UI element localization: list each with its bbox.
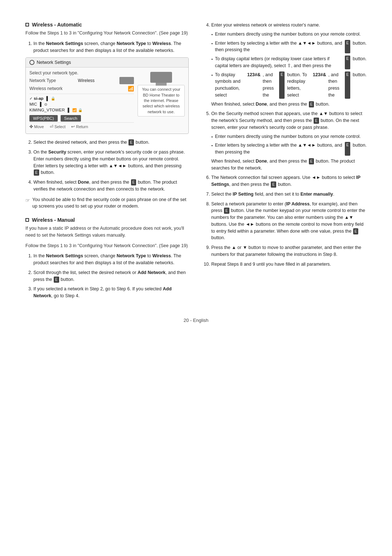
right-step-4: Enter your wireless network or wireless … [211, 22, 367, 107]
bullet-4-3: To display capital letters (or redisplay… [211, 56, 367, 69]
manual-step-2: Scroll through the list, select the desi… [33, 269, 189, 283]
enter-btn-b52: E [345, 142, 350, 156]
move-icon: ✤ [29, 124, 33, 129]
step1-bold3: Wireless [152, 41, 171, 46]
return-icon: ↩ [71, 124, 75, 129]
nav-move-label: Move [34, 124, 44, 129]
page-language: English [193, 318, 209, 323]
wps-pbc-button[interactable]: WPS(PBC) [29, 115, 58, 122]
right-step-8: Select a network parameter to enter (IP … [211, 201, 367, 242]
steps-list-manual: In the Network Settings screen, change N… [25, 253, 189, 299]
enter-btn-r5a: E [314, 118, 319, 124]
bullet-4-2: Enter letters by selecting a letter with… [211, 40, 367, 54]
left-column: Wireless - Automatic Follow the Steps 1 … [25, 22, 189, 303]
bullet-4-4: To display symbols and punctuation, sele… [211, 71, 367, 99]
net-name-kiming: KIMING_VTOWER [29, 108, 65, 112]
enter-btn-b42: E [345, 40, 350, 54]
circle-mic: ⊙ [44, 102, 47, 106]
net-item-kiming[interactable]: KIMING_VTOWER ▌ 📶 🔒 [29, 107, 134, 113]
network-box-body: Select your network type. Network Type W… [26, 68, 188, 134]
enter-btn-r6: E [271, 181, 276, 188]
check-icon: ✓ [29, 97, 32, 101]
ip-address: IP Address [286, 201, 310, 207]
manual-step-1: In the Network Settings screen, change N… [33, 253, 189, 266]
wifi-icon: 📶 [128, 86, 134, 91]
done-r4: Done [256, 102, 267, 107]
circle-icon [29, 60, 34, 65]
net-name-siap: si-ap [34, 96, 44, 101]
network-settings-box: Network Settings Select your network typ… [25, 57, 189, 134]
right-step-6: The Network connection fail screen appea… [211, 174, 367, 188]
enter-btn-ms2: E [54, 277, 59, 283]
lock-siap: 🔒 [51, 97, 55, 101]
enter-btn-r5b: E [309, 158, 314, 164]
enter-btn-s3: E [34, 169, 39, 176]
enter-btn-r8a: E [224, 208, 229, 214]
signal-kiming: ▌ [68, 108, 71, 112]
row-label-wireless: Wireless network [29, 86, 62, 91]
step4-bullets: Enter numbers directly using the number … [211, 31, 367, 99]
lock-kiming: 🔒 [78, 108, 82, 112]
section-wireless-automatic-title: Wireless - Automatic [32, 22, 82, 28]
right-step-10: Repeat Steps 8 and 9 until you have fill… [211, 261, 367, 268]
net-item-siap[interactable]: ✓ si-ap ▌ 🔒 [29, 95, 134, 101]
enter-manually: Enter manually [301, 192, 333, 197]
ms1-bold3: Wireless [152, 253, 171, 258]
b44-123b: 123#& [313, 71, 326, 99]
section-bullet [25, 23, 29, 26]
row-value-type: Wireless [78, 78, 95, 83]
ms2-addnet: Add Network [138, 270, 166, 275]
ms3-addnet: Add Network [33, 286, 172, 298]
done-label: Done [78, 180, 89, 185]
wireless-manual-section: Wireless - Manual If you have a static I… [25, 217, 189, 299]
section-wireless-manual-header: Wireless - Manual [25, 217, 189, 223]
enter-btn-r4: E [309, 101, 314, 107]
enter-btn-b43: E [345, 56, 350, 69]
step5-bullets: Enter numbers directly using the number … [211, 133, 367, 156]
nav-hint: ✤ Move ⏎ Select ↩ Return [29, 122, 134, 131]
enter-btn-b44a: E [279, 71, 285, 99]
network-box-title-text: Network Settings [37, 60, 71, 65]
search-button[interactable]: Search [61, 115, 81, 122]
network-buttons: WPS(PBC) Search [29, 115, 134, 122]
enter-btn-s2: E [128, 139, 134, 146]
network-type-icon [119, 77, 134, 84]
nav-select-label: Select [54, 124, 66, 129]
note-text: You should be able to find the security … [32, 196, 189, 210]
bullet-4-1: Enter numbers directly using the number … [211, 31, 367, 38]
ip-setting-field: IP Setting [233, 192, 253, 197]
nav-select: ⏎ Select [50, 124, 66, 129]
net-name-mic: MIC [29, 102, 37, 106]
steps-list-right: Enter your wireless network or wireless … [203, 22, 367, 267]
network-row-wireless: Wireless network 📶 [29, 86, 134, 91]
signal-siap: ▌ [46, 96, 49, 101]
network-right: You can connect your BD Home Theater to … [138, 70, 185, 131]
section-wireless-manual-title: Wireless - Manual [32, 217, 75, 223]
network-box-title: Network Settings [26, 58, 188, 68]
step1-bold2: Network Type [117, 41, 146, 46]
nav-return-label: Return [76, 124, 88, 129]
b44-123: 123#& [247, 71, 261, 99]
select-icon: ⏎ [50, 124, 53, 129]
nav-move: ✤ Move [29, 124, 44, 129]
tooltip-box: You can connect your BD Home Theater to … [138, 85, 185, 116]
step-1: In the Network Settings screen, change N… [33, 40, 189, 54]
right-column: Enter your wireless network or wireless … [203, 22, 367, 303]
note-item: ☞ You should be able to find the securit… [25, 196, 189, 210]
steps-list-auto: In the Network Settings screen, change N… [25, 40, 189, 54]
network-row-select: Select your network type. [29, 70, 134, 75]
done-r5: Done [256, 159, 267, 164]
ip-settings: IP Settings [211, 175, 360, 187]
bullet-5-1: Enter numbers directly using the number … [211, 133, 367, 140]
section-wireless-automatic-header: Wireless - Automatic [25, 22, 189, 28]
enter-btn-r8b: E [353, 228, 359, 234]
bullet-5-2: Enter letters by selecting a letter with… [211, 142, 367, 156]
step1-bold1: Network Settings [46, 41, 83, 46]
enter-btn-s4: E [131, 179, 136, 185]
right-step-7: Select the IP Setting field, and then se… [211, 191, 367, 198]
section-intro-text: Follow the Steps 1 to 3 in "Configuring … [25, 30, 189, 37]
note-icon: ☞ [25, 197, 30, 210]
network-list: ✓ si-ap ▌ 🔒 MIC ▌ ⊙ KIMING_VTOWER ▌ [29, 94, 134, 113]
net-item-mic[interactable]: MIC ▌ ⊙ [29, 101, 134, 107]
row-label-select: Select your network type. [29, 70, 78, 75]
